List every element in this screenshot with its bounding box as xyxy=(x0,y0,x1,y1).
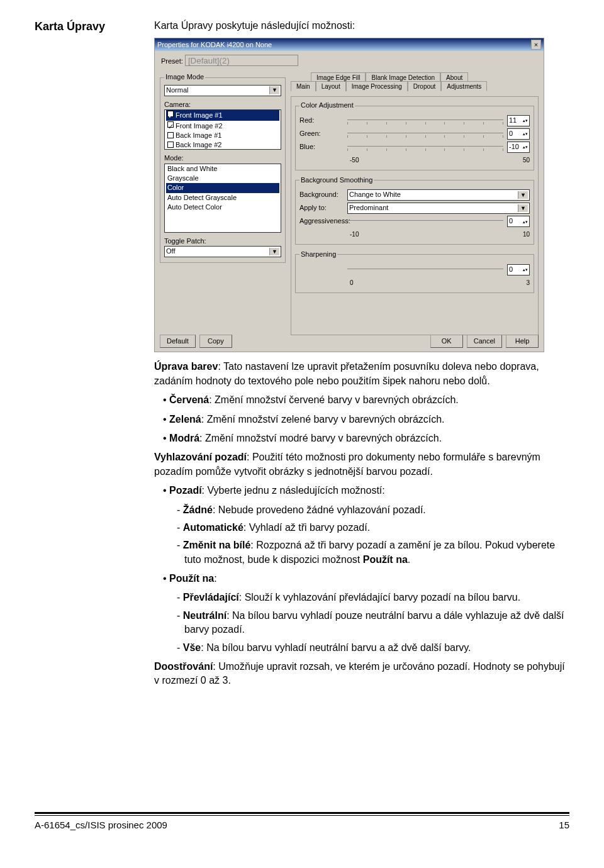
close-icon[interactable]: × xyxy=(531,40,541,50)
apply-to-label: Apply to: xyxy=(299,203,344,213)
ok-button[interactable]: OK xyxy=(430,335,463,348)
sharpening-legend: Sharpening xyxy=(299,250,337,259)
background-label: Background: xyxy=(299,190,344,199)
tab-adjustments[interactable]: Adjustments xyxy=(441,81,487,91)
green-value[interactable]: 0▴▾ xyxy=(507,128,530,140)
sub-bullet-all: Vše: Na bílou barvu vyhladí neutrální ba… xyxy=(177,641,569,655)
image-mode-group: Image Mode Normal▼ Camera: ✓Front Image … xyxy=(160,72,286,263)
copy-button[interactable]: Copy xyxy=(199,335,232,348)
footer-left: A-61654_cs/ISIS prosinec 2009 xyxy=(35,818,167,832)
bullet-blue: Modrá: Změní množství modré barvy v bare… xyxy=(163,431,569,445)
aggressiveness-label: Aggressiveness: xyxy=(299,216,344,226)
aggressiveness-value[interactable]: 0▴▾ xyxy=(507,216,530,227)
red-value[interactable]: 11▴▾ xyxy=(507,115,530,126)
camera-label: Camera: xyxy=(164,100,281,109)
sub-bullet-neutral: Neutrální: Na bílou barvu vyhladí pouze … xyxy=(177,609,569,637)
background-combo[interactable]: Change to White▼ xyxy=(347,189,530,201)
dialog-title: Properties for KODAK i4200 on None xyxy=(157,38,272,51)
red-slider[interactable] xyxy=(347,120,503,122)
intro-text: Karta Úpravy poskytuje následující možno… xyxy=(154,19,569,33)
bg-scale: -1010 xyxy=(299,229,530,239)
body-content: Úprava barev: Tato nastavení lze upravit… xyxy=(154,360,569,687)
page-number: 15 xyxy=(559,818,569,832)
tab-dropout[interactable]: Dropout xyxy=(408,81,442,91)
tab-main[interactable]: Main xyxy=(291,81,316,91)
para-color-adjust: Úprava barev: Tato nastavení lze upravit… xyxy=(154,360,569,388)
tab-strip: Image Edge Fill Blank Image Detection Ab… xyxy=(291,72,539,87)
blue-value[interactable]: -10▴▾ xyxy=(507,142,530,153)
sharpening-value[interactable]: 0▴▾ xyxy=(507,264,530,275)
sub-bullet-auto: Automatické: Vyhladí až tři barvy pozadí… xyxy=(177,521,569,535)
sharpening-group: Sharpening 0▴▾ 03 xyxy=(295,250,534,292)
preset-field[interactable] xyxy=(185,55,298,66)
mode-listbox[interactable]: Black and White Grayscale Color Auto Det… xyxy=(164,164,281,233)
bullet-red: Červená: Změní množství červené barvy v … xyxy=(163,393,569,407)
sub-bullet-white: Změnit na bílé: Rozpozná až tři barvy po… xyxy=(177,538,569,567)
para-bg-smoothing: Vyhlazování pozadí: Použití této možnost… xyxy=(154,450,569,479)
green-slider[interactable] xyxy=(347,133,503,135)
default-button[interactable]: Default xyxy=(160,335,196,348)
bullet-background: Pozadí: Vyberte jednu z následujících mo… xyxy=(163,484,569,498)
preset-label: Preset: xyxy=(161,57,183,65)
bullet-apply-to: Použít na: xyxy=(163,572,569,586)
toggle-patch-combo[interactable]: Off▼ xyxy=(164,246,281,257)
image-mode-legend: Image Mode xyxy=(164,72,205,82)
blue-slider[interactable] xyxy=(347,146,503,148)
dialog-titlebar: Properties for KODAK i4200 on None × xyxy=(155,38,544,51)
tab-layout[interactable]: Layout xyxy=(316,81,346,91)
section-heading: Karta Úpravy xyxy=(35,19,135,35)
dialog-screenshot: Properties for KODAK i4200 on None × Pre… xyxy=(154,38,544,352)
bg-smoothing-legend: Background Smoothing xyxy=(299,175,374,185)
sub-bullet-predominant: Převládající: Slouží k vyhlazování převl… xyxy=(177,591,569,604)
bullet-green: Zelená: Změní množství zelené barvy v ba… xyxy=(163,413,569,426)
sub-bullet-none: Žádné: Nebude provedeno žádné vyhlazován… xyxy=(177,503,569,517)
image-mode-combo[interactable]: Normal▼ xyxy=(164,85,281,96)
page-footer: A-61654_cs/ISIS prosinec 2009 15 xyxy=(35,812,569,832)
apply-to-combo[interactable]: Predominant▼ xyxy=(347,203,530,214)
aggressiveness-slider[interactable] xyxy=(347,220,503,223)
color-adjustment-group: Color Adjustment Red:11▴▾ Green:0▴▾ Blue… xyxy=(295,101,534,170)
blue-label: Blue: xyxy=(299,142,344,152)
cancel-button[interactable]: Cancel xyxy=(467,335,502,348)
help-button[interactable]: Help xyxy=(506,335,539,348)
background-smoothing-group: Background Smoothing Background:Change t… xyxy=(295,175,534,245)
toggle-patch-label: Toggle Patch: xyxy=(164,236,281,246)
red-label: Red: xyxy=(299,116,344,125)
para-sharpening: Doostřování: Umožňuje upravit rozsah, ve… xyxy=(154,660,569,688)
color-scale: -5050 xyxy=(299,155,530,165)
mode-label: Mode: xyxy=(164,153,281,163)
sharpening-slider[interactable] xyxy=(347,269,503,271)
tab-image-processing[interactable]: Image Processing xyxy=(346,81,408,91)
color-adj-legend: Color Adjustment xyxy=(299,101,355,110)
camera-listbox[interactable]: ✓Front Image #1 ✓Front Image #2 Back Ima… xyxy=(164,109,281,150)
green-label: Green: xyxy=(299,129,344,138)
sharpen-scale: 03 xyxy=(299,277,530,287)
